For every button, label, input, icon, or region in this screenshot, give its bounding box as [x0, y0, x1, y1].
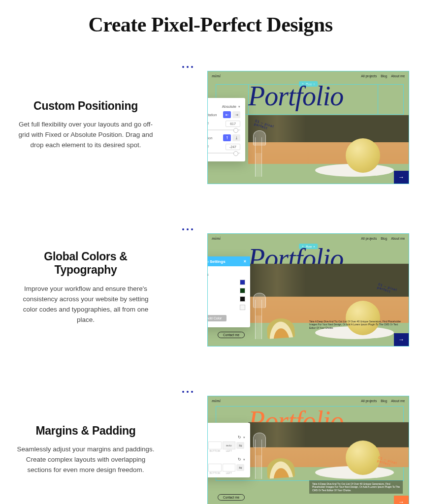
group-label: Global Colors — [207, 272, 208, 277]
position-value[interactable]: Absolute — [222, 104, 236, 109]
mock-nav-item[interactable]: Blog — [381, 237, 387, 240]
melon-half-shape — [266, 457, 295, 479]
preview-colors: mimi All projects Blog About me ＋ Row × … — [171, 228, 409, 346]
mock-nav: All projects Blog About me — [361, 74, 405, 78]
mock-canvas: mimi All projects Blog About me ＋ Row × … — [207, 233, 409, 346]
champagne-glass-icon — [255, 440, 262, 479]
offset-h-value[interactable]: 617 — [226, 121, 240, 127]
margin-left-input[interactable]: autoLEFT — [223, 441, 236, 449]
link-values-icon[interactable]: ⇆ — [236, 464, 244, 471]
contact-button[interactable]: Contact me — [218, 332, 245, 338]
next-fab-button[interactable]: → — [394, 496, 409, 504]
reset-icon[interactable]: ↺ — [207, 145, 211, 150]
melon-shape — [346, 138, 380, 173]
mock-canvas: mimi All projects Blog About me Portfoli… — [207, 396, 409, 504]
melon-half-shape — [266, 317, 295, 339]
mock-nav-item[interactable]: All projects — [361, 399, 377, 403]
color-row-text[interactable]: Text — [207, 296, 245, 302]
chevron-down-icon[interactable]: ▾ — [238, 105, 240, 109]
mock-brand: mimi — [212, 398, 221, 403]
padding-grid: TOP RIGHT BOTTOM LEFT ⇆ — [207, 464, 245, 472]
feature-body: Seamlessly adjust your margins and paddi… — [15, 444, 157, 475]
mock-nav-item[interactable]: About me — [391, 74, 405, 78]
mock-nav-item[interactable]: About me — [391, 237, 405, 240]
champagne-glass-icon — [255, 300, 262, 339]
mock-blurb: Take A Deep Dive And Try Out List Of Ove… — [309, 480, 403, 494]
align-right-button[interactable]: ⇥ — [232, 111, 240, 118]
padding-left-input[interactable]: LEFT — [223, 464, 236, 472]
color-swatch[interactable] — [240, 305, 245, 310]
champagne-glass-icon — [255, 137, 262, 177]
color-row-primary[interactable]: Primary — [207, 280, 245, 285]
mock-nav-item[interactable]: All projects — [361, 74, 377, 78]
advanced-spacing-panel: ▾ Advanced Margin ↻ ▾ TOP autoRIGHT BOTT… — [207, 423, 250, 477]
next-fab-button[interactable]: → — [394, 333, 409, 346]
feature-body: Improve your workflow and ensure there's… — [15, 284, 157, 325]
feature-title: Custom Positioning — [15, 99, 157, 113]
color-row-secondary[interactable]: Secondary — [207, 288, 245, 293]
feature-title: Global Colors & Typography — [15, 250, 157, 277]
mock-nav-item[interactable]: Blog — [381, 399, 387, 403]
mock-hero-word: Portfolio — [248, 80, 343, 112]
h-orientation-label: Horizontal Orientation — [207, 113, 217, 117]
mock-canvas: mimi All projects Blog About me ＋ Row × … — [207, 71, 409, 184]
feature-title: Margins & Padding — [15, 424, 157, 438]
contact-button[interactable]: Contact me — [218, 494, 245, 501]
padding-bottom-input[interactable]: BOTTOM — [208, 464, 222, 472]
global-colors-group[interactable]: ▾ Global Colors — [207, 272, 245, 277]
unit-reset-icon[interactable]: ↻ — [238, 457, 241, 462]
reset-icon[interactable]: ↺ — [207, 122, 211, 126]
add-color-button[interactable]: + Add Color — [207, 315, 227, 321]
offset-v-slider[interactable] — [207, 153, 240, 154]
close-icon[interactable]: × — [244, 259, 246, 264]
page-title: Create Pixel-Perfect Designs — [12, 13, 409, 36]
color-swatch[interactable] — [240, 288, 245, 293]
link-values-icon[interactable]: ⇆ — [236, 442, 244, 449]
offset-h-slider[interactable] — [207, 129, 240, 130]
feature-margins-padding: Margins & Padding Seamlessly adjust your… — [12, 391, 409, 504]
color-swatch[interactable] — [240, 280, 245, 285]
color-swatch[interactable] — [240, 296, 245, 302]
mock-nav-item[interactable]: Blog — [381, 74, 387, 78]
unit-dropdown[interactable]: ▾ — [243, 458, 245, 462]
margin-grid: TOP autoRIGHT BOTTOM autoLEFT ⇆ — [207, 441, 245, 449]
color-row-accent[interactable]: Accent — [207, 305, 245, 310]
margin-bottom-input[interactable]: BOTTOM — [208, 441, 222, 449]
mock-photo — [248, 263, 409, 342]
mock-nav: All projects Blog About me — [361, 399, 405, 403]
position-panel: Position Absolute ▾ Horizontal Orientati… — [207, 98, 245, 161]
mock-nav: All projects Blog About me — [361, 237, 405, 240]
melon-shape — [346, 301, 380, 335]
preview-positioning: mimi All projects Blog About me ＋ Row × … — [171, 66, 409, 184]
window-dots-icon — [182, 66, 409, 68]
feature-global-colors: Global Colors & Typography Improve your … — [12, 228, 409, 346]
next-fab-button[interactable]: → — [394, 171, 409, 184]
feature-body: Get full flexibility over your layouts a… — [15, 120, 157, 151]
unit-reset-icon[interactable]: ↻ — [238, 435, 241, 440]
unit-dropdown[interactable]: ▾ — [243, 436, 245, 440]
mock-blurb: Take A Deep Dive And Try Out List Of Ove… — [309, 320, 403, 330]
site-settings-panel: ▦ Site Settings × ▾ Global Colors Primar… — [207, 256, 250, 327]
offset-v-value[interactable]: -247 — [226, 144, 240, 150]
window-dots-icon — [182, 228, 409, 230]
advanced-group[interactable]: ▾ Advanced — [207, 427, 245, 431]
align-bottom-button[interactable]: ⤓ — [232, 134, 240, 141]
mock-nav-item[interactable]: About me — [391, 399, 405, 403]
align-left-button[interactable]: ⇤ — [223, 111, 231, 118]
melon-shape — [346, 441, 380, 475]
panel-header: Site Settings — [207, 259, 226, 264]
window-dots-icon — [182, 391, 409, 393]
feature-custom-positioning: Custom Positioning Get full flexibility … — [12, 66, 409, 184]
mock-brand: mimi — [212, 73, 221, 78]
preview-spacing: mimi All projects Blog About me Portfoli… — [171, 391, 409, 504]
mock-nav-item[interactable]: All projects — [361, 237, 377, 240]
mock-brand: mimi — [212, 236, 221, 241]
v-orientation-label: Vertical Orientation — [207, 136, 212, 140]
align-top-button[interactable]: ⤒ — [223, 134, 231, 141]
